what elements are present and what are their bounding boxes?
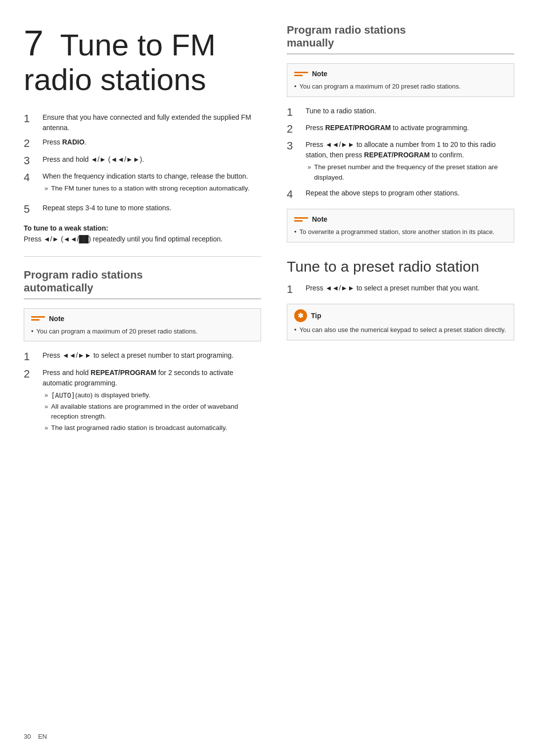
- manual-note2-content: To overwrite a programmed station, store…: [294, 227, 507, 237]
- lang-label: EN: [38, 733, 47, 740]
- auto-step-2-bullet-1: [AUTO] (auto) is displayed briefly.: [44, 390, 261, 400]
- auto-step-2: 2 Press and hold REPEAT/PROGRAM for 2 se…: [24, 368, 261, 435]
- chapter-title-line1: Tune to FM: [60, 28, 216, 62]
- manual-steps-list: 1 Tune to a radio station. 2 Press REPEA…: [287, 106, 514, 201]
- page-footer: 30 EN: [24, 733, 47, 740]
- manual-note1-header: Note: [294, 69, 507, 79]
- auto-note-header: Note: [31, 314, 254, 324]
- tip-item-1: You can also use the numerical keypad to…: [294, 325, 507, 335]
- manual-step-4: 4 Repeat the above steps to program othe…: [287, 188, 514, 201]
- auto-steps-list: 1 Press ◄◄/►► to select a preset number …: [24, 350, 261, 434]
- weak-station-heading: To tune to a weak station:: [24, 224, 261, 232]
- chapter-number: 7: [24, 23, 44, 63]
- note-icon-manual2: [294, 214, 308, 224]
- manual-note2-item-1: To overwrite a programmed station, store…: [294, 227, 507, 237]
- chapter-title-line2: radio stations: [24, 62, 206, 96]
- auto-step-2-bullet-2: All available stations are programmed in…: [44, 402, 261, 422]
- weak-station-text: Press ◄/► (◄◄/██) repeatedly until you f…: [24, 234, 261, 244]
- auto-note-label: Note: [49, 315, 64, 323]
- tune-steps-list: 1 Ensure that you have connected and ful…: [24, 112, 261, 195]
- auto-section-heading: Program radio stations automatically: [24, 269, 261, 299]
- tip-content: You can also use the numerical keypad to…: [294, 325, 507, 335]
- preset-section-heading: Tune to a preset radio station: [287, 258, 514, 275]
- tune-step-3: 3 Press and hold ◄/► (◄◄/►►).: [24, 154, 261, 167]
- tune-step-1: 1 Ensure that you have connected and ful…: [24, 112, 261, 133]
- manual-note1-label: Note: [312, 70, 327, 78]
- tip-box: ✱ Tip You can also use the numerical key…: [287, 304, 514, 340]
- auto-step-2-bullet-3: The last programed radio station is broa…: [44, 423, 261, 433]
- manual-note2-box: Note To overwrite a programmed station, …: [287, 209, 514, 242]
- left-column: 7 Tune to FM radio stations 1 Ensure tha…: [24, 24, 261, 732]
- divider-1: [24, 256, 261, 257]
- auto-note-item-1: You can program a maximum of 20 preset r…: [31, 327, 254, 336]
- tune-step-2: 2 Press RADIO.: [24, 137, 261, 150]
- tip-header: ✱ Tip: [294, 309, 507, 322]
- manual-note1-item-1: You can program a maximum of 20 preset r…: [294, 82, 507, 92]
- manual-section-heading: Program radio stations manually: [287, 24, 514, 54]
- tip-label: Tip: [311, 312, 321, 320]
- right-column: Program radio stations manually Note You…: [277, 24, 514, 732]
- chapter-title: 7 Tune to FM radio stations: [24, 24, 261, 96]
- auto-step-2-bullets: [AUTO] (auto) is displayed briefly. All …: [44, 390, 261, 433]
- manual-step-3-bullet-1: The preset number and the frequency of t…: [308, 162, 514, 183]
- manual-step-1: 1 Tune to a radio station.: [287, 106, 514, 119]
- preset-step-1: 1 Press ◄◄/►► to select a preset number …: [287, 283, 514, 296]
- tip-icon: ✱: [294, 309, 307, 322]
- manual-note2-label: Note: [312, 215, 327, 223]
- auto-note-box: Note You can program a maximum of 20 pre…: [24, 308, 261, 342]
- tune-step-4-bullets: The FM tuner tunes to a station with str…: [44, 184, 261, 193]
- tune-step-5-list: 5 Repeat steps 3-4 to tune to more stati…: [24, 203, 261, 216]
- weak-station-section: To tune to a weak station: Press ◄/► (◄◄…: [24, 224, 261, 244]
- manual-step-3-bullets: The preset number and the frequency of t…: [308, 162, 514, 183]
- preset-steps-list: 1 Press ◄◄/►► to select a preset number …: [287, 283, 514, 296]
- manual-note1-box: Note You can program a maximum of 20 pre…: [287, 63, 514, 97]
- auto-note-content: You can program a maximum of 20 preset r…: [31, 327, 254, 336]
- auto-step-1: 1 Press ◄◄/►► to select a preset number …: [24, 350, 261, 363]
- page: 7 Tune to FM radio stations 1 Ensure tha…: [0, 0, 534, 756]
- note-icon-manual1: [294, 69, 308, 79]
- tune-step-4-bullet-1: The FM tuner tunes to a station with str…: [44, 184, 261, 193]
- note-icon: [31, 314, 45, 324]
- manual-note2-header: Note: [294, 214, 507, 224]
- tune-step-4: 4 When the frequency indication starts t…: [24, 171, 261, 195]
- manual-step-3: 3 Press ◄◄/►► to allocate a number from …: [287, 140, 514, 184]
- manual-step-2: 2 Press REPEAT/PROGRAM to activate progr…: [287, 123, 514, 136]
- page-number: 30: [24, 733, 31, 740]
- manual-note1-content: You can program a maximum of 20 preset r…: [294, 82, 507, 92]
- tune-step-5: 5 Repeat steps 3-4 to tune to more stati…: [24, 203, 261, 216]
